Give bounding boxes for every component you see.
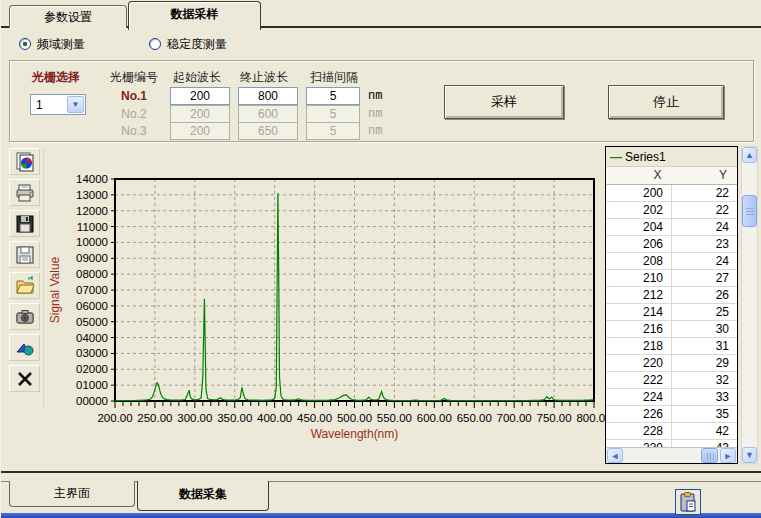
table-row[interactable]: 22433 [606, 389, 737, 406]
scroll-up-icon[interactable]: ▲ [742, 147, 757, 163]
svg-text:00000: 00000 [76, 395, 108, 407]
cell-y-value: 27 [672, 270, 737, 286]
cell-y-value: 32 [672, 372, 737, 388]
grating-row3-label: No.3 [112, 124, 156, 138]
chart-toolbar [6, 148, 44, 406]
table-row[interactable]: 20623 [606, 236, 737, 253]
cell-y-value: 30 [672, 321, 737, 337]
row1-end-input[interactable] [238, 87, 298, 105]
radio-selected-icon[interactable] [19, 38, 31, 50]
table-row[interactable]: 21831 [606, 338, 737, 355]
column-grating-no: 光栅编号 [110, 69, 158, 86]
table-row[interactable]: 21425 [606, 304, 737, 321]
svg-text:450.00: 450.00 [297, 412, 332, 424]
table-row[interactable]: 21027 [606, 270, 737, 287]
scroll-right-icon[interactable]: ► [720, 448, 736, 463]
series-data-panel: — Series1 X Y 20022202222042420623208242… [605, 146, 738, 464]
table-row[interactable]: 22635 [606, 406, 737, 423]
svg-text:500.00: 500.00 [337, 412, 372, 424]
cell-y-value: 22 [672, 202, 737, 218]
horizontal-scroll-thumb[interactable] [701, 448, 718, 463]
column-header-x: X [606, 167, 672, 184]
cell-y-value: 31 [672, 338, 737, 354]
print-button[interactable] [9, 179, 40, 206]
svg-text:Wavelength(nm): Wavelength(nm) [311, 427, 399, 441]
svg-text:350.00: 350.00 [217, 412, 252, 424]
table-row[interactable]: 20022 [606, 185, 737, 202]
table-vertical-scrollbar[interactable]: ▲ ▼ [741, 146, 758, 464]
clipboard-button[interactable] [675, 489, 701, 515]
table-row[interactable]: 22232 [606, 372, 737, 389]
svg-text:02000: 02000 [76, 363, 108, 375]
row1-step-input[interactable] [306, 87, 360, 105]
open-file-button[interactable] [9, 272, 40, 299]
snapshot-button[interactable] [9, 303, 40, 330]
svg-text:250.00: 250.00 [137, 412, 172, 424]
svg-text:13000: 13000 [76, 189, 108, 201]
cell-x-value: 220 [606, 355, 672, 371]
table-header: X Y [606, 167, 737, 185]
bottom-tab-strip: 主界面 数据采集 [1, 481, 761, 513]
row2-step-input [306, 105, 360, 123]
cell-y-value: 25 [672, 304, 737, 320]
row2-unit: nm [368, 107, 382, 121]
column-end-wavelength: 终止波长 [240, 69, 288, 86]
tab-main-interface[interactable]: 主界面 [9, 481, 135, 507]
cell-y-value: 35 [672, 406, 737, 422]
legend-line-icon: — [610, 150, 622, 164]
svg-text:Signal Value: Signal Value [48, 256, 62, 323]
tab-parameter-settings[interactable]: 参数设置 [9, 5, 127, 28]
data-table-body[interactable]: 2002220222204242062320824210272122621425… [606, 185, 737, 448]
radio-stability-measure[interactable]: 稳定度测量 [149, 35, 227, 53]
scroll-left-icon[interactable]: ◄ [607, 448, 623, 463]
chart-image-button[interactable] [9, 148, 40, 175]
shapes-button[interactable] [9, 334, 40, 361]
table-row[interactable]: 22842 [606, 423, 737, 440]
svg-text:04000: 04000 [76, 332, 108, 344]
table-row[interactable]: 20424 [606, 219, 737, 236]
window-bottom-edge [1, 513, 761, 518]
row2-start-input [170, 105, 230, 123]
svg-text:300.00: 300.00 [177, 412, 212, 424]
table-row[interactable]: 20824 [606, 253, 737, 270]
table-horizontal-scrollbar[interactable]: ◄ ► [606, 447, 737, 463]
svg-text:06000: 06000 [76, 300, 108, 312]
save-button[interactable] [9, 210, 40, 237]
cell-x-value: 216 [606, 321, 672, 337]
grating-select-dropdown[interactable]: 1 ▼ [30, 94, 86, 115]
clipboard-icon [678, 491, 698, 513]
save-as-floppy-icon [14, 244, 36, 266]
cell-x-value: 226 [606, 406, 672, 422]
delete-button[interactable] [9, 365, 40, 392]
grating-select-value: 1 [31, 98, 66, 112]
column-header-y: Y [672, 167, 738, 184]
chevron-down-icon[interactable]: ▼ [67, 96, 84, 113]
radio-frequency-measure[interactable]: 频域测量 [19, 35, 85, 53]
table-row[interactable]: 21226 [606, 287, 737, 304]
svg-text:07000: 07000 [76, 284, 108, 296]
svg-text:550.00: 550.00 [377, 412, 412, 424]
radio-frequency-label: 频域测量 [37, 36, 85, 53]
table-row[interactable]: 22029 [606, 355, 737, 372]
scroll-down-icon[interactable]: ▼ [742, 447, 757, 463]
spectrum-line [115, 193, 594, 400]
table-row[interactable]: 20222 [606, 202, 737, 219]
svg-text:08000: 08000 [76, 268, 108, 280]
table-row[interactable]: 21630 [606, 321, 737, 338]
row1-unit: nm [368, 89, 382, 103]
radio-stability-label: 稳定度测量 [167, 36, 227, 53]
cell-y-value: 23 [672, 236, 737, 252]
tab-data-collection[interactable]: 数据采集 [137, 481, 269, 511]
row3-start-input [170, 122, 230, 140]
measurement-mode-group: 频域测量 稳定度测量 [1, 32, 761, 56]
stop-button[interactable]: 停止 [608, 85, 724, 119]
tab-data-sampling[interactable]: 数据采样 [128, 1, 261, 30]
vertical-scroll-thumb[interactable] [742, 195, 757, 227]
sample-button[interactable]: 采样 [444, 85, 564, 119]
save-as-button[interactable] [9, 241, 40, 268]
row1-start-input[interactable] [170, 87, 230, 105]
radio-unselected-icon[interactable] [149, 38, 161, 50]
svg-text:400.00: 400.00 [257, 412, 292, 424]
top-tab-strip: 参数设置 数据采样 [1, 0, 761, 28]
spectrum-chart-area: 0000001000020000300004000050000600007000… [45, 148, 607, 468]
